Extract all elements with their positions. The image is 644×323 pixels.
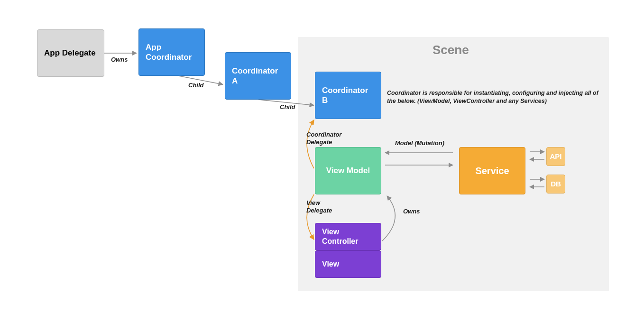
service-box: Service [459, 147, 525, 194]
app-coordinator-box: App Coordinator [138, 28, 205, 76]
db-box: DB [546, 175, 565, 194]
view-controller-box: View Controller [315, 223, 381, 250]
child-label-1: Child [188, 82, 204, 89]
app-delegate-box: App Delegate [37, 29, 104, 77]
app-coordinator-label: App Coordinator [146, 42, 198, 63]
view-controller-label: View Controller [322, 227, 374, 246]
coordinator-a-label: Coordinator A [232, 66, 284, 86]
service-label: Service [475, 165, 509, 177]
api-label: API [550, 152, 561, 161]
scene-note: Coordinator is responsible for instantia… [387, 89, 607, 105]
db-label: DB [551, 180, 561, 189]
view-model-label: View Model [326, 166, 370, 175]
owns-label-2: Owns [403, 208, 420, 215]
view-delegate-label: View Delegate [306, 199, 340, 215]
child-label-2: Child [280, 103, 295, 111]
view-label: View [322, 259, 339, 269]
coordinator-b-box: Coordinator B [315, 72, 381, 119]
coordinator-a-box: Coordinator A [225, 52, 291, 100]
model-mutation-label: Model (Mutation) [395, 139, 444, 147]
api-box: API [546, 147, 565, 166]
app-delegate-label: App Delegate [44, 48, 96, 58]
view-model-box: View Model [315, 147, 381, 194]
scene-title: Scene [432, 43, 469, 57]
owns-label-1: Owns [111, 56, 128, 64]
coordinator-b-label: Coordinator B [322, 85, 374, 106]
view-box: View [315, 250, 381, 278]
coordinator-delegate-label: Coordinator Delegate [306, 131, 344, 147]
